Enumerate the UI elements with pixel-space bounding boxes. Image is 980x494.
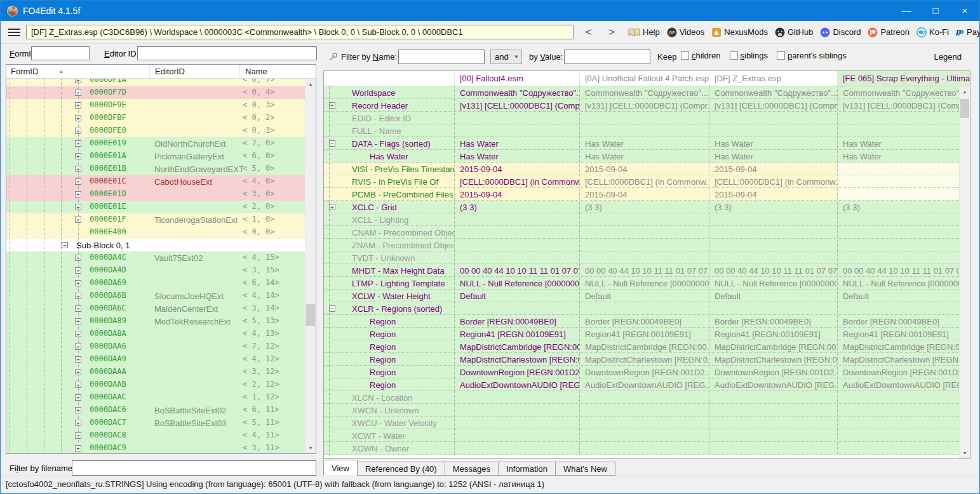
- tree-group-row[interactable]: −Sub-Block 0, 1: [6, 239, 305, 251]
- value-cell[interactable]: [v131] [CELL:0000DBC1] {Compr...: [579, 99, 709, 111]
- value-cell[interactable]: [454, 213, 579, 225]
- tree-row[interactable]: +0000DF1A< 0, 7>: [6, 79, 305, 86]
- value-cell[interactable]: [837, 163, 959, 175]
- value-cell[interactable]: [454, 302, 579, 314]
- value-cell[interactable]: Has Water: [837, 150, 959, 162]
- field-row[interactable]: TVDT - Unknown: [324, 251, 959, 264]
- filter-filename-input[interactable]: [72, 460, 316, 476]
- value-cell[interactable]: [454, 429, 579, 441]
- field-row[interactable]: CNAM - Precombined Objec...: [324, 226, 959, 239]
- value-cell[interactable]: [579, 112, 709, 124]
- nav-back-button[interactable]: <: [581, 25, 596, 39]
- tree-row[interactable]: +0000DF9E< 0, 3>: [6, 99, 305, 112]
- tree-row[interactable]: +0000DA6CMaldenCenterExt< 3, 14>: [6, 302, 305, 315]
- value-cell[interactable]: [837, 226, 959, 238]
- field-row[interactable]: WorldspaceCommonwealth "Содружество"...C…: [324, 86, 959, 99]
- value-cell[interactable]: [709, 417, 837, 429]
- tab-information[interactable]: Information: [498, 462, 556, 476]
- field-row[interactable]: −XCLR - Regions (sorted): [324, 302, 959, 315]
- expand-icon[interactable]: +: [329, 102, 335, 109]
- value-cell[interactable]: AudioExtDowntownAUDIO [REG...: [837, 378, 959, 391]
- value-cell[interactable]: [454, 239, 579, 251]
- collapse-icon[interactable]: −: [329, 140, 335, 147]
- tree-row[interactable]: +0000DAA9< 4, 12>: [6, 353, 305, 366]
- value-cell[interactable]: Default: [579, 290, 709, 302]
- value-cell[interactable]: 2015-09-04: [709, 188, 837, 200]
- value-cell[interactable]: 2015-09-04: [709, 163, 837, 175]
- expand-icon[interactable]: +: [75, 140, 81, 147]
- expand-icon[interactable]: +: [75, 204, 81, 210]
- value-cell[interactable]: [579, 302, 709, 314]
- expand-icon[interactable]: +: [75, 90, 81, 96]
- checkbox-siblings[interactable]: siblings: [730, 51, 768, 60]
- expand-icon[interactable]: +: [75, 280, 81, 286]
- filter-name-input[interactable]: [398, 50, 485, 64]
- value-cell[interactable]: [454, 112, 579, 124]
- field-row[interactable]: +Record Header[v131] [CELL:0000DBC1] {Co…: [324, 99, 959, 112]
- value-cell[interactable]: MapDistrictCambridge [REGN:00...: [454, 340, 579, 352]
- field-row[interactable]: ZNAM - Precombined Objec...: [324, 239, 959, 251]
- value-cell[interactable]: (3 3): [454, 201, 579, 213]
- expand-icon[interactable]: +: [75, 394, 81, 401]
- plugin-column-header[interactable]: [DF] Z_Extras.esp: [709, 71, 837, 86]
- value-cell[interactable]: 2015-09-04: [454, 188, 579, 200]
- scroll-up-icon[interactable]: ▲: [960, 86, 970, 97]
- value-cell[interactable]: [709, 213, 837, 225]
- value-cell[interactable]: Default: [709, 290, 837, 302]
- link-ko-fi[interactable]: Ko-Fi: [916, 27, 949, 37]
- tree-scrollbar[interactable]: ▲ ▼: [305, 79, 316, 453]
- value-cell[interactable]: Default: [454, 290, 579, 302]
- tree-row[interactable]: +0000E019OldNorthChurchExt< 7, 0>: [6, 137, 305, 150]
- expand-icon[interactable]: +: [75, 420, 81, 426]
- value-cell[interactable]: Has Water: [579, 137, 709, 149]
- scroll-down-icon[interactable]: ▼: [960, 448, 970, 458]
- value-cell[interactable]: 00 00 40 44 10 10 11 11 01 07 07 0...: [579, 264, 709, 276]
- value-cell[interactable]: DowntownRegion [REGN:001D2...: [837, 366, 959, 378]
- tree-row[interactable]: +0000E01D< 3, 0>: [6, 188, 305, 201]
- tree-column-header-formid[interactable]: FormID▲: [6, 65, 149, 78]
- value-cell[interactable]: [709, 112, 837, 124]
- value-cell[interactable]: MapDistrictCharlestown [REGN:0...: [454, 353, 579, 365]
- breadcrumb[interactable]: [26, 25, 574, 39]
- field-row[interactable]: +XCLC - Grid(3 3)(3 3)(3 3)(3 3): [324, 201, 959, 213]
- field-row[interactable]: −DATA - Flags (sorted)Has WaterHas Water…: [324, 137, 959, 150]
- value-cell[interactable]: [837, 417, 959, 429]
- tree-row[interactable]: +0000DAAB< 2, 12>: [6, 378, 305, 391]
- value-cell[interactable]: DowntownRegion [REGN:001D2...: [454, 366, 579, 378]
- field-row[interactable]: MHDT - Max Height Data00 00 40 44 10 10 …: [324, 264, 959, 277]
- value-cell[interactable]: [579, 226, 709, 238]
- tree-row[interactable]: +0000DA4CVault75Ext02< 4, 15>: [6, 251, 305, 264]
- value-cell[interactable]: 00 00 40 44 10 10 11 11 01 07 07 0...: [454, 264, 579, 276]
- field-row[interactable]: XOWN - Owner: [324, 442, 959, 455]
- value-cell[interactable]: MapDistrictCambridge [REGN:00...: [837, 340, 959, 352]
- link-paypal[interactable]: PPPayPal: [956, 27, 980, 37]
- value-cell[interactable]: 00 00 40 44 10 10 11 11 01 07 07 0...: [709, 264, 837, 276]
- value-cell[interactable]: [837, 442, 959, 454]
- tree-row[interactable]: +0000DAA6< 7, 12>: [6, 340, 305, 353]
- field-row[interactable]: Has WaterHas WaterHas WaterHas WaterHas …: [324, 150, 959, 163]
- tree-column-header-name[interactable]: Name: [239, 65, 316, 78]
- tree-row[interactable]: +0000DAC9< 3, 11>: [6, 442, 305, 453]
- scroll-thumb[interactable]: [960, 99, 969, 118]
- value-cell[interactable]: [CELL:0000DBC1] (in Commonw...: [579, 175, 709, 187]
- checkbox-box-siblings[interactable]: [730, 51, 738, 60]
- close-button[interactable]: ×: [950, 1, 979, 21]
- value-cell[interactable]: [837, 213, 959, 225]
- checkbox-children[interactable]: children: [681, 51, 721, 60]
- value-cell[interactable]: [837, 404, 959, 416]
- value-cell[interactable]: Has Water: [837, 137, 959, 149]
- value-cell[interactable]: [v131] [CELL:0000DBC1] {Compr...: [837, 99, 959, 111]
- link-help[interactable]: Help: [628, 27, 660, 37]
- filter-value-input[interactable]: [564, 50, 650, 64]
- field-row[interactable]: RegionMapDistrictCambridge [REGN:00...Ma…: [324, 340, 959, 353]
- formid-input[interactable]: [31, 46, 90, 60]
- value-cell[interactable]: [837, 302, 959, 314]
- expand-icon[interactable]: +: [75, 79, 81, 83]
- checkbox-box-children[interactable]: [681, 51, 689, 60]
- value-cell[interactable]: Has Water: [454, 150, 579, 162]
- value-cell[interactable]: (3 3): [837, 201, 959, 213]
- maximize-button[interactable]: □: [921, 1, 950, 21]
- value-cell[interactable]: [709, 124, 837, 137]
- value-cell[interactable]: [454, 226, 579, 238]
- value-cell[interactable]: [579, 213, 709, 225]
